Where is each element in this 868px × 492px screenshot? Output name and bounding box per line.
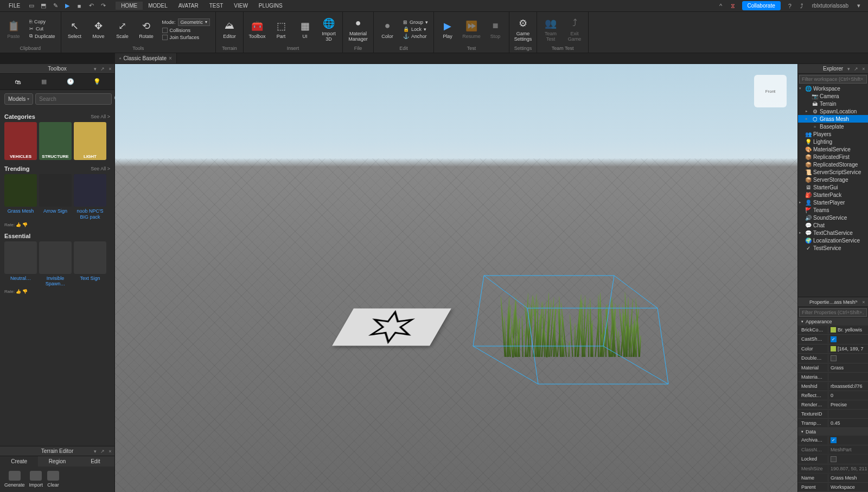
asset-card[interactable]: Invisible Spawn…	[39, 241, 72, 287]
part-button[interactable]: ⬚Part	[270, 14, 292, 44]
property-row[interactable]: Materia…	[798, 373, 868, 382]
asset-card[interactable]: Neutral…	[4, 241, 37, 287]
explorer-item[interactable]: 📦ReplicatedStorage	[798, 161, 868, 168]
stop-icon[interactable]: ■	[74, 1, 84, 11]
explorer-item[interactable]: 📦ServerStorage	[798, 176, 868, 183]
property-row[interactable]: ClassN…MeshPart	[798, 445, 868, 455]
asset-card[interactable]: Arrow Sign	[39, 174, 72, 220]
tab-plugins[interactable]: PLUGINS	[253, 2, 288, 10]
viewport[interactable]: Front	[115, 64, 797, 492]
collapse-icon[interactable]: ^	[716, 1, 726, 11]
property-row[interactable]: NameGrass Mesh	[798, 474, 868, 483]
share-icon[interactable]: ⤴	[797, 1, 807, 11]
play-button[interactable]: ▶Play	[436, 14, 459, 44]
inventory-tab[interactable]: ▦	[39, 76, 49, 87]
explorer-item[interactable]: 🎨MaterialService	[798, 145, 868, 153]
collaborate-button[interactable]: Collaborate	[742, 1, 781, 10]
category-appearance[interactable]: Appearance	[798, 318, 868, 325]
properties-filter[interactable]	[799, 308, 867, 317]
property-row[interactable]: TextureID	[798, 410, 868, 419]
thumbs-down-icon[interactable]: 👎	[22, 289, 28, 294]
rotate-button[interactable]: ⟲Rotate	[135, 14, 158, 44]
toolbox-button[interactable]: 🧰Toolbox	[246, 14, 269, 44]
popout-icon[interactable]: ↗	[99, 66, 106, 72]
redo-icon[interactable]: ↷	[98, 1, 108, 11]
stop-button[interactable]: ■Stop	[484, 14, 507, 44]
save-icon[interactable]: ✎	[50, 1, 60, 11]
tab-avatar[interactable]: AVATAR	[173, 2, 204, 10]
explorer-item[interactable]: 👥Players	[798, 130, 868, 138]
user-menu-icon[interactable]: ▾	[854, 1, 864, 11]
exit-game-button[interactable]: ⤴Exit Game	[563, 14, 586, 44]
game-settings-button[interactable]: ⚙Game Settings	[512, 14, 534, 44]
axis-gizmo[interactable]: Front	[754, 75, 787, 107]
cut-button[interactable]: ✂Cut	[28, 25, 56, 32]
property-row[interactable]: Render…Precise	[798, 400, 868, 410]
undo-icon[interactable]: ↶	[86, 1, 96, 11]
see-all-link[interactable]: See All >	[91, 166, 110, 171]
property-row[interactable]: MeshIdrbxassetid://76	[798, 382, 868, 391]
play-icon[interactable]: ▶	[62, 1, 72, 11]
property-row[interactable]: Color[164, 189, 7	[798, 344, 868, 354]
property-row[interactable]: Transp…0.45	[798, 419, 868, 428]
asset-card[interactable]: noob NPC'S BIG pack	[74, 174, 106, 220]
generate-button[interactable]: Generate	[4, 471, 25, 488]
terrain-tab-create[interactable]: Create	[0, 456, 38, 467]
explorer-item[interactable]: ▸💬TextChatService	[798, 229, 868, 237]
open-file-icon[interactable]: ⬒	[39, 1, 48, 11]
explorer-item[interactable]: ▸⚙SpawnLocation	[798, 107, 868, 115]
explorer-item[interactable]: 💡Lighting	[798, 138, 868, 145]
category-card[interactable]: VEHICLES	[4, 122, 37, 160]
move-button[interactable]: ✥Move	[87, 14, 110, 44]
mode-dropdown[interactable]: Geometric	[178, 18, 210, 26]
anchor-button[interactable]: ⚓Anchor	[402, 33, 429, 40]
clear-button[interactable]: Clear	[47, 471, 59, 488]
marketplace-tab[interactable]: 🛍	[12, 76, 23, 87]
scale-button[interactable]: ⤢Scale	[111, 14, 134, 44]
explorer-item[interactable]: 🏔Terrain	[798, 100, 868, 107]
category-card[interactable]: STRUCTURE	[39, 122, 72, 160]
terrain-tab-edit[interactable]: Edit	[76, 456, 114, 467]
property-row[interactable]: Archiva…✓	[798, 436, 868, 445]
terrain-editor-button[interactable]: ⛰Editor	[218, 14, 241, 44]
recent-tab[interactable]: 🕐	[65, 76, 76, 87]
duplicate-button[interactable]: ⧉Duplicate	[28, 33, 56, 40]
team-test-button[interactable]: 👥Team Test	[539, 14, 562, 44]
import-button[interactable]: 🌐Import 3D	[317, 14, 340, 44]
dropdown-icon[interactable]: ▾	[92, 66, 98, 72]
explorer-item[interactable]: 📷Camera	[798, 92, 868, 100]
property-row[interactable]: MeshSize190.807, 50, 211	[798, 464, 868, 474]
see-all-link[interactable]: See All >	[91, 114, 110, 119]
join-checkbox[interactable]: Join Surfaces	[161, 34, 212, 41]
explorer-item[interactable]: 🔊SoundService	[798, 214, 868, 221]
close-tab-icon[interactable]: ×	[169, 55, 172, 61]
asset-card[interactable]: Text Sign	[74, 241, 106, 287]
category-data[interactable]: Data	[798, 428, 868, 436]
material-button[interactable]: ●Material Manager	[345, 14, 371, 44]
explorer-item[interactable]: ▫Baseplate	[798, 123, 868, 130]
property-row[interactable]: CastSh…✓	[798, 335, 868, 344]
property-row[interactable]: ParentWorkspace	[798, 483, 868, 492]
collisions-checkbox[interactable]: Collisions	[161, 27, 212, 34]
tab-model[interactable]: MODEL	[143, 2, 173, 10]
lock-button[interactable]: 🔒Lock▾	[402, 26, 429, 33]
tab-view[interactable]: VIEW	[228, 2, 253, 10]
explorer-item[interactable]: 🎒StarterPack	[798, 191, 868, 199]
thumbs-down-icon[interactable]: 👎	[22, 222, 28, 227]
import-button[interactable]: Import	[29, 471, 43, 488]
document-tab[interactable]: ▫ Classic Baseplate ×	[115, 53, 177, 63]
explorer-item[interactable]: ▾🌐Workspace	[798, 85, 868, 92]
property-row[interactable]: BrickCo…Br. yellowis	[798, 325, 868, 335]
asset-card[interactable]: Grass Mesh	[4, 174, 37, 220]
terrain-tab-region[interactable]: Region	[38, 456, 76, 467]
search-input[interactable]	[35, 93, 112, 105]
ui-button[interactable]: ▦UI	[293, 14, 316, 44]
new-file-icon[interactable]: ▭	[27, 1, 36, 11]
thumbs-up-icon[interactable]: 👍	[16, 222, 21, 227]
explorer-item[interactable]: ▸⬡Grass Mesh	[798, 115, 868, 123]
file-menu[interactable]: FILE	[3, 2, 25, 10]
category-card[interactable]: LIGHT	[74, 122, 106, 160]
select-button[interactable]: ↖Select	[63, 14, 86, 44]
color-button[interactable]: ●Color	[376, 14, 399, 44]
creations-tab[interactable]: 💡	[92, 76, 103, 87]
